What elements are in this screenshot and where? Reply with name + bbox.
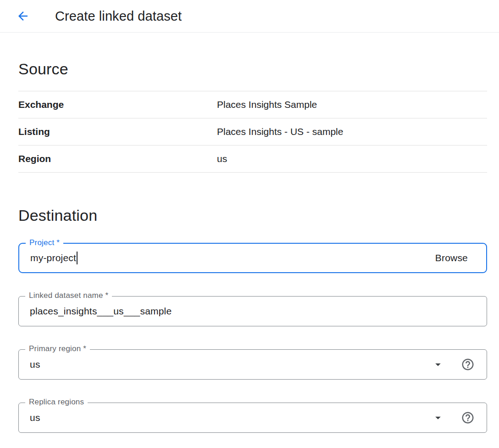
replica-regions-label: Replica regions	[25, 398, 88, 407]
source-table: Exchange Places Insights Sample Listing …	[18, 91, 487, 173]
replica-regions-value: us	[30, 412, 40, 423]
chevron-down-icon[interactable]	[432, 358, 444, 371]
table-row-exchange: Exchange Places Insights Sample	[18, 91, 487, 118]
listing-value: Places Insights - US - sample	[217, 126, 487, 137]
text-cursor	[77, 252, 78, 264]
destination-section-heading: Destination	[18, 207, 487, 224]
region-label: Region	[18, 153, 217, 164]
linked-dataset-name-label: Linked dataset name *	[25, 291, 112, 300]
exchange-value: Places Insights Sample	[217, 99, 487, 110]
primary-region-value: us	[30, 359, 40, 370]
listing-label: Listing	[18, 126, 217, 137]
replica-regions-controls	[432, 411, 476, 425]
linked-dataset-name-field[interactable]: Linked dataset name * places_insights___…	[18, 296, 487, 326]
project-field-value: my-project	[30, 252, 76, 263]
region-value: us	[217, 153, 487, 164]
page-header: Create linked dataset	[0, 0, 499, 33]
replica-regions-select[interactable]: Replica regions us	[18, 403, 487, 433]
primary-region-controls	[432, 358, 476, 371]
help-icon[interactable]	[461, 358, 475, 371]
chevron-down-icon[interactable]	[432, 411, 444, 424]
page-title: Create linked dataset	[55, 9, 182, 24]
primary-region-label: Primary region *	[25, 344, 90, 353]
linked-dataset-name-value: places_insights___us___sample	[30, 306, 172, 317]
source-section-heading: Source	[18, 60, 487, 91]
browse-button[interactable]: Browse	[435, 252, 475, 263]
table-row-listing: Listing Places Insights - US - sample	[18, 118, 487, 146]
main-content: Source Exchange Places Insights Sample L…	[0, 60, 499, 433]
project-field[interactable]: Project * my-project Browse	[18, 243, 487, 273]
project-field-label: Project *	[26, 238, 63, 247]
arrow-back-icon	[16, 9, 30, 23]
back-button[interactable]	[16, 9, 30, 23]
destination-form: Project * my-project Browse Linked datas…	[18, 243, 487, 433]
table-row-region: Region us	[18, 146, 487, 173]
primary-region-select[interactable]: Primary region * us	[18, 349, 487, 380]
exchange-label: Exchange	[18, 99, 217, 110]
help-icon[interactable]	[461, 411, 475, 425]
